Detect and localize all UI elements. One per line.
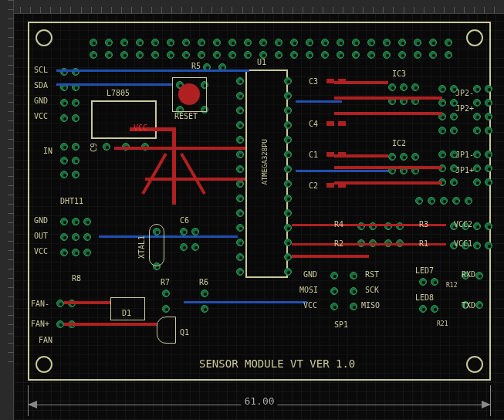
pcb-pad[interactable]: [228, 39, 236, 46]
pcb-pad[interactable]: [367, 51, 375, 59]
pcb-pad[interactable]: [151, 51, 159, 59]
pcb-pad[interactable]: [236, 77, 244, 85]
ic-l7805[interactable]: [91, 100, 157, 139]
pcb-pad[interactable]: [284, 92, 292, 100]
pcb-pad[interactable]: [388, 83, 396, 91]
pcb-pad[interactable]: [473, 127, 481, 134]
pcb-pad[interactable]: [60, 218, 68, 225]
pcb-pad[interactable]: [284, 209, 292, 217]
pcb-pad[interactable]: [438, 85, 446, 93]
pcb-pad[interactable]: [60, 249, 68, 256]
pcb-pad[interactable]: [400, 83, 408, 91]
pcb-pad[interactable]: [236, 121, 244, 129]
pcb-pad[interactable]: [485, 85, 492, 93]
reset-button[interactable]: [172, 77, 207, 112]
pcb-pad[interactable]: [485, 113, 492, 120]
pcb-pad[interactable]: [180, 228, 188, 235]
pcb-pad[interactable]: [60, 99, 68, 107]
pcb-pad[interactable]: [337, 39, 344, 46]
pcb-pad[interactable]: [284, 224, 292, 232]
pcb-pad[interactable]: [445, 51, 452, 59]
pcb-pad[interactable]: [431, 278, 438, 286]
pcb-pad[interactable]: [213, 51, 221, 59]
pcb-pad[interactable]: [465, 197, 472, 205]
pcb-pad[interactable]: [60, 143, 68, 151]
pcb-pad[interactable]: [485, 178, 492, 186]
pcb-pad[interactable]: [275, 39, 282, 46]
pcb-pad[interactable]: [284, 121, 292, 129]
pcb-pad[interactable]: [284, 165, 292, 173]
pcb-pad[interactable]: [438, 127, 446, 134]
pcb-pad[interactable]: [485, 127, 492, 134]
pcb-pad[interactable]: [473, 99, 481, 107]
pcb-pad[interactable]: [236, 195, 244, 202]
pcb-pad[interactable]: [452, 197, 460, 205]
pcb-pad[interactable]: [198, 51, 205, 59]
pcb-pad[interactable]: [83, 233, 91, 241]
pcb-pad[interactable]: [201, 305, 208, 313]
pcb-pad[interactable]: [388, 153, 396, 161]
pcb-pad[interactable]: [105, 51, 113, 59]
pcb-pad[interactable]: [90, 51, 97, 59]
pcb-pad[interactable]: [244, 51, 252, 59]
pcb-pad[interactable]: [290, 39, 298, 46]
pcb-pad[interactable]: [284, 136, 292, 144]
pcb-pad[interactable]: [182, 51, 190, 59]
pcb-pad[interactable]: [429, 39, 437, 46]
pcb-pad[interactable]: [236, 209, 244, 217]
pcb-pad[interactable]: [450, 178, 458, 186]
pcb-pad[interactable]: [419, 305, 427, 313]
pcb-pad[interactable]: [236, 92, 244, 100]
pcb-pad[interactable]: [485, 222, 492, 230]
pcb-pad[interactable]: [60, 233, 68, 241]
pcb-pad[interactable]: [72, 99, 79, 107]
pcb-pad[interactable]: [485, 242, 492, 249]
pcb-pad[interactable]: [350, 303, 357, 310]
pcb-pad[interactable]: [350, 272, 357, 279]
pcb-pad[interactable]: [72, 218, 79, 225]
pcb-pad[interactable]: [228, 51, 236, 59]
pcb-pad[interactable]: [167, 39, 174, 46]
pcb-pad[interactable]: [337, 51, 344, 59]
pcb-pad[interactable]: [259, 39, 267, 46]
pcb-pad[interactable]: [414, 39, 421, 46]
pcb-pad[interactable]: [56, 300, 64, 307]
pcb-pad[interactable]: [398, 39, 406, 46]
pcb-pad[interactable]: [475, 301, 483, 309]
pcb-pad[interactable]: [306, 51, 313, 59]
pcb-pad[interactable]: [236, 268, 244, 276]
pcb-pad[interactable]: [103, 143, 110, 151]
pcb-pad[interactable]: [367, 39, 375, 46]
pcb-pad[interactable]: [290, 51, 298, 59]
pcb-pad[interactable]: [485, 151, 492, 158]
pcb-pad[interactable]: [419, 278, 427, 286]
pcb-pad[interactable]: [244, 39, 252, 46]
pcb-pad[interactable]: [275, 51, 282, 59]
pcb-pad[interactable]: [180, 243, 188, 251]
pcb-pad[interactable]: [182, 39, 190, 46]
pcb-pad[interactable]: [120, 51, 128, 59]
pcb-pad[interactable]: [90, 39, 97, 46]
transistor-q1[interactable]: [157, 317, 176, 344]
pcb-pad[interactable]: [383, 51, 391, 59]
pcb-pad[interactable]: [473, 113, 481, 120]
pcb-pad[interactable]: [236, 136, 244, 144]
pcb-pad[interactable]: [284, 195, 292, 202]
pcb-pad[interactable]: [72, 171, 79, 178]
pcb-pad[interactable]: [415, 197, 423, 205]
crystal-xtal1[interactable]: [149, 224, 164, 266]
pcb-pad[interactable]: [236, 180, 244, 188]
pcb-pad[interactable]: [431, 305, 438, 313]
pcb-pad[interactable]: [284, 77, 292, 85]
pcb-pad[interactable]: [284, 253, 292, 261]
pcb-pad[interactable]: [473, 151, 481, 158]
pcb-pad[interactable]: [236, 107, 244, 114]
pcb-pad[interactable]: [330, 287, 338, 295]
pcb-pad[interactable]: [352, 39, 360, 46]
pcb-pad[interactable]: [83, 218, 91, 225]
pcb-pad[interactable]: [83, 249, 91, 256]
pcb-pad[interactable]: [450, 113, 458, 120]
pcb-pad[interactable]: [321, 51, 329, 59]
pcb-pad[interactable]: [321, 39, 329, 46]
pcb-pad[interactable]: [429, 51, 437, 59]
